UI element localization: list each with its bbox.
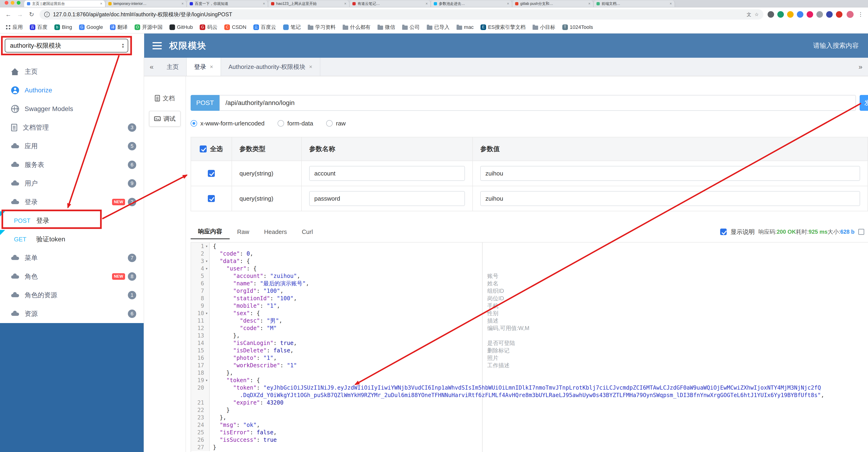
- extension-icon[interactable]: [816, 11, 823, 18]
- bookmark-item[interactable]: 译翻译: [110, 24, 128, 31]
- fold-icon[interactable]: ▾: [204, 376, 209, 384]
- fold-icon[interactable]: ▾: [204, 257, 209, 265]
- extension-icon[interactable]: [826, 11, 833, 18]
- extension-icon[interactable]: [768, 11, 774, 18]
- request-url-input[interactable]: [219, 95, 856, 111]
- tab-close-icon[interactable]: ×: [100, 2, 102, 6]
- browser-tab[interactable]: 参数池走进去…×: [431, 0, 512, 7]
- tab-close-icon[interactable]: ×: [670, 2, 672, 6]
- sidebar-api-item-post[interactable]: POST登录: [0, 211, 144, 230]
- window-controls[interactable]: [2, 0, 24, 7]
- back-icon[interactable]: ←: [5, 11, 12, 18]
- content-type-option[interactable]: raw: [326, 120, 346, 127]
- bookmark-item[interactable]: EES搜索引擎文档: [480, 24, 525, 31]
- tab-close-icon[interactable]: ×: [426, 2, 428, 6]
- bookmark-item[interactable]: G码云: [200, 24, 217, 31]
- fold-icon[interactable]: ▾: [204, 265, 209, 272]
- browser-tab[interactable]: 前端文档…×: [594, 0, 675, 7]
- sidebar-item[interactable]: 主页: [0, 62, 144, 81]
- collapse-sidebar-icon[interactable]: «: [144, 58, 159, 76]
- tab-close-icon[interactable]: ×: [182, 2, 184, 6]
- profile-avatar[interactable]: [847, 11, 854, 18]
- bookmark-item[interactable]: O开源中国: [134, 24, 162, 31]
- bookmark-item[interactable]: CCSDN: [224, 24, 246, 30]
- zoom-window-icon[interactable]: [17, 1, 21, 5]
- select-all-checkbox[interactable]: [200, 145, 207, 152]
- address-omnibox[interactable]: i 127.0.0.1:8760/api/gate/doc.html#/auth…: [39, 9, 764, 20]
- forward-icon[interactable]: →: [16, 11, 24, 18]
- fold-icon[interactable]: ▾: [204, 243, 209, 250]
- bookmark-item[interactable]: 学习资料: [308, 24, 336, 31]
- browser-tab[interactable]: hao123_上网从这里开始×: [268, 0, 350, 7]
- site-info-icon[interactable]: i: [44, 12, 50, 17]
- response-tab[interactable]: Headers: [257, 224, 294, 239]
- tab-close-icon[interactable]: ×: [210, 63, 213, 70]
- content-tab[interactable]: 登录×: [187, 58, 221, 76]
- sidebar-item[interactable]: Swagger Models: [0, 100, 144, 118]
- reload-icon[interactable]: ↻: [28, 11, 35, 18]
- show-desc-checkbox[interactable]: [720, 229, 727, 235]
- browser-tab[interactable]: 有道云笔记…×: [350, 0, 431, 7]
- bookmark-item[interactable]: GitHub: [169, 24, 193, 30]
- translate-icon[interactable]: 文: [747, 11, 751, 18]
- bookmark-item[interactable]: GGoogle: [79, 24, 103, 30]
- tab-close-icon[interactable]: ×: [344, 2, 346, 6]
- fullscreen-icon[interactable]: [858, 229, 864, 235]
- tab-debug[interactable]: 调试: [149, 111, 181, 126]
- response-body-editor[interactable]: 1▾{2 "code": 0,3▾ "data": {4▾ "user": {5…: [191, 242, 868, 452]
- bookmark-item[interactable]: T1024Tools: [562, 24, 593, 30]
- browser-tab[interactable]: temporary-interior…×: [105, 0, 187, 7]
- tab-close-icon[interactable]: ×: [588, 2, 590, 6]
- bookmark-item[interactable]: 什么都有: [343, 24, 371, 31]
- sidebar-item[interactable]: 服务表6: [0, 156, 144, 174]
- response-tab[interactable]: Raw: [230, 224, 257, 239]
- sidebar-item[interactable]: 角色NEW8: [0, 267, 144, 286]
- browser-tab[interactable]: 百度一下，你就知道×: [187, 0, 268, 7]
- param-name-input[interactable]: [309, 191, 465, 206]
- browser-menu-icon[interactable]: ⋮: [858, 11, 863, 18]
- sidebar-item[interactable]: 登录NEW2: [0, 193, 144, 211]
- bookmark-item[interactable]: 微信: [377, 24, 395, 31]
- sidebar-item[interactable]: 菜单7: [0, 249, 144, 267]
- extension-icon[interactable]: [777, 11, 784, 18]
- sidebar-item[interactable]: 资源6: [0, 305, 144, 323]
- content-type-option[interactable]: form-data: [278, 120, 313, 127]
- module-select[interactable]: authority-权限模块 ▲ ▼: [5, 39, 128, 53]
- tab-close-icon[interactable]: ×: [309, 63, 312, 70]
- extension-icon[interactable]: [797, 11, 803, 18]
- checkbox-icon[interactable]: [208, 170, 215, 177]
- bookmark-item[interactable]: 小目标: [533, 24, 555, 31]
- extension-icon[interactable]: [807, 11, 813, 18]
- checkbox-icon[interactable]: [208, 195, 215, 202]
- bookmark-item[interactable]: 已导入: [427, 24, 450, 31]
- param-value-input[interactable]: [480, 166, 860, 181]
- bookmark-item[interactable]: 公司: [402, 24, 420, 31]
- search-input[interactable]: [790, 41, 860, 50]
- bookmark-star-icon[interactable]: ☆: [754, 12, 759, 17]
- fold-icon[interactable]: ▾: [204, 310, 209, 317]
- tab-document[interactable]: 文档: [149, 90, 181, 106]
- bookmark-item[interactable]: 应用: [6, 24, 23, 31]
- expand-tabs-icon[interactable]: »: [853, 58, 868, 76]
- send-button[interactable]: 发送: [860, 95, 868, 111]
- bookmark-item[interactable]: bBing: [54, 24, 72, 30]
- sidebar-item[interactable]: 角色的资源1: [0, 286, 144, 305]
- close-window-icon[interactable]: [5, 1, 8, 5]
- sidebar-item[interactable]: Authorize: [0, 81, 144, 100]
- sidebar-api-item-get[interactable]: GET验证token: [0, 230, 144, 249]
- sidebar-item[interactable]: 文档管理3: [0, 118, 144, 137]
- content-tab[interactable]: Authorize-authority-权限模块×: [221, 58, 320, 76]
- bookmark-item[interactable]: mac: [457, 24, 474, 30]
- param-value-input[interactable]: [480, 191, 860, 206]
- browser-tab[interactable]: 主页 | 建国运营后台×: [24, 0, 105, 7]
- hamburger-menu-icon[interactable]: [153, 42, 162, 49]
- response-tab[interactable]: 响应内容: [191, 224, 230, 239]
- extension-icon[interactable]: [836, 11, 842, 18]
- bookmark-item[interactable]: 云百度云: [253, 24, 276, 31]
- bookmark-item[interactable]: 百百度: [30, 24, 48, 31]
- bookmark-item[interactable]: 笔记: [283, 24, 301, 31]
- url-text[interactable]: 127.0.0.1:8760/api/gate/doc.html#/author…: [53, 11, 743, 18]
- sidebar-item[interactable]: 应用5: [0, 137, 144, 156]
- minimize-window-icon[interactable]: [11, 1, 14, 5]
- extension-icon[interactable]: [787, 11, 794, 18]
